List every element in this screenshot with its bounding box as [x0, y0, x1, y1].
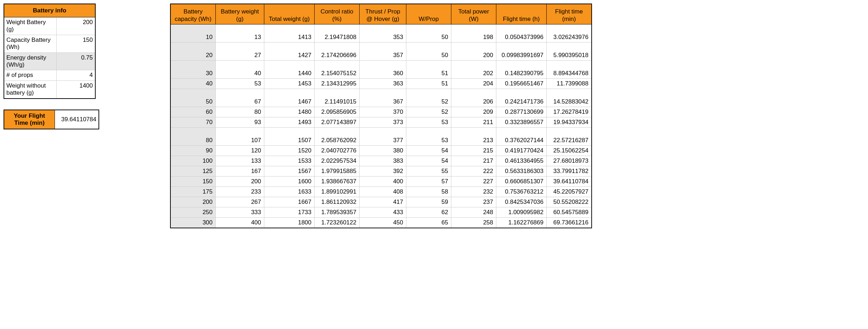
table-cell: 67: [216, 89, 264, 107]
info-value: 4: [57, 70, 96, 80]
table-row: 9012015202.040702776380542150.4191770424…: [170, 146, 592, 156]
table-cell: 19.94337934: [547, 117, 592, 128]
info-value: 1400: [57, 80, 96, 98]
table-cell: 250: [170, 207, 216, 218]
table-cell: 1733: [264, 207, 315, 218]
table-cell: 2.11491015: [315, 89, 360, 107]
table-cell: 45.22057927: [547, 187, 592, 197]
table-cell: 200: [451, 43, 496, 61]
table-cell: 227: [451, 177, 496, 187]
table-cell: 258: [451, 218, 496, 228]
table-cell: 13: [216, 24, 264, 43]
table-cell: 5.990395018: [547, 43, 592, 61]
table-cell: 2.058762092: [315, 128, 360, 146]
table-cell: 211: [451, 117, 496, 128]
table-cell: 25.15062254: [547, 146, 592, 156]
column-header: W/Prop: [406, 4, 451, 24]
table-cell: 300: [170, 218, 216, 228]
table-cell: 1427: [264, 43, 315, 61]
table-cell: 100: [170, 156, 216, 166]
table-cell: 267: [216, 197, 264, 207]
table-cell: 1.723260122: [315, 218, 360, 228]
column-header: Flight time (min): [547, 4, 592, 24]
table-cell: 55: [406, 166, 451, 177]
table-cell: 1440: [264, 61, 315, 79]
table-row: 17523316331.899102991408582320.753676321…: [170, 187, 592, 197]
table-cell: 150: [170, 177, 216, 187]
flight-time-label: Your Flight Time (min): [4, 110, 55, 129]
column-header: Battery weight (g): [216, 4, 264, 24]
info-row: Energy density (Wh/g)0.75: [4, 52, 95, 70]
table-cell: 2.174206696: [315, 43, 360, 61]
table-cell: 54: [406, 146, 451, 156]
table-row: 12516715671.979915885392552220.563318630…: [170, 166, 592, 177]
table-cell: 400: [216, 218, 264, 228]
table-cell: 0.4613364955: [496, 156, 547, 166]
table-cell: 198: [451, 24, 496, 43]
table-row: 405314532.134312995363512040.19566514671…: [170, 79, 592, 89]
table-cell: 408: [360, 187, 406, 197]
table-cell: 1453: [264, 79, 315, 89]
table-cell: 0.09983991697: [496, 43, 547, 61]
info-row: Capacity Battery (Wh)150: [4, 35, 95, 52]
table-cell: 1520: [264, 146, 315, 156]
table-cell: 50: [406, 24, 451, 43]
table-cell: 65: [406, 218, 451, 228]
table-cell: 93: [216, 117, 264, 128]
table-cell: 233: [216, 187, 264, 197]
table-cell: 8.894344768: [547, 61, 592, 79]
table-cell: 0.0504373996: [496, 24, 547, 43]
table-cell: 1567: [264, 166, 315, 177]
table-cell: 125: [170, 166, 216, 177]
flight-time-value: 39.64110784: [55, 110, 99, 129]
table-cell: 58: [406, 187, 451, 197]
table-cell: 2.134312995: [315, 79, 360, 89]
table-cell: 1667: [264, 197, 315, 207]
column-header: Flight time (h): [496, 4, 547, 24]
table-cell: 1.789539357: [315, 207, 360, 218]
table-cell: 209: [451, 107, 496, 117]
table-cell: 1.861120932: [315, 197, 360, 207]
table-cell: 215: [451, 146, 496, 156]
table-cell: 53: [406, 117, 451, 128]
table-cell: 0.3323896557: [496, 117, 547, 128]
table-cell: 217: [451, 156, 496, 166]
table-cell: 53: [406, 128, 451, 146]
table-row: 10013315332.022957534383542170.461336495…: [170, 156, 592, 166]
table-row: 30040018001.723260122450652581.162276869…: [170, 218, 592, 228]
table-cell: 377: [360, 128, 406, 146]
table-cell: 2.095856905: [315, 107, 360, 117]
table-cell: 0.2877130699: [496, 107, 547, 117]
table-cell: 2.077143897: [315, 117, 360, 128]
table-row: 8010715072.058762092377532130.3762027144…: [170, 128, 592, 146]
table-cell: 1633: [264, 187, 315, 197]
table-cell: 1.899102991: [315, 187, 360, 197]
table-cell: 40: [216, 61, 264, 79]
column-header: Battery capacity (Wh): [170, 4, 216, 24]
table-row: 304014402.154075152360512020.14823907958…: [170, 61, 592, 79]
table-cell: 10: [170, 24, 216, 43]
table-cell: 1.979915885: [315, 166, 360, 177]
table-row: 101314132.19471808353501980.05043739963.…: [170, 24, 592, 43]
info-label: Capacity Battery (Wh): [4, 35, 57, 52]
table-cell: 51: [406, 79, 451, 89]
table-cell: 1467: [264, 89, 315, 107]
table-cell: 11.7399088: [547, 79, 592, 89]
table-cell: 90: [170, 146, 216, 156]
table-cell: 0.7536763212: [496, 187, 547, 197]
table-cell: 353: [360, 24, 406, 43]
table-cell: 27: [216, 43, 264, 61]
table-cell: 120: [216, 146, 264, 156]
table-cell: 1.162276869: [496, 218, 547, 228]
table-cell: 53: [216, 79, 264, 89]
table-cell: 0.1956651467: [496, 79, 547, 89]
table-cell: 1507: [264, 128, 315, 146]
table-cell: 248: [451, 207, 496, 218]
table-row: 608014802.095856905370522090.28771306991…: [170, 107, 592, 117]
info-label: Weight Battery (g): [4, 17, 57, 35]
table-cell: 0.5633186303: [496, 166, 547, 177]
info-label: Weight without battery (g): [4, 80, 57, 98]
battery-info-table: Battery info Weight Battery (g)200Capaci…: [4, 4, 96, 99]
table-cell: 200: [216, 177, 264, 187]
table-cell: 1493: [264, 117, 315, 128]
